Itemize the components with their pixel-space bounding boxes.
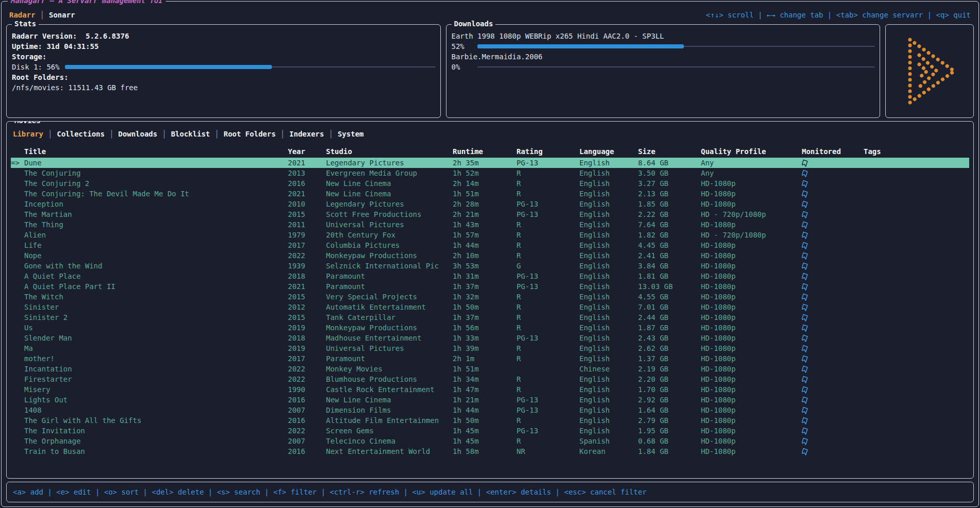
movies-table-body: => Dune 2021 Legendary Pictures 2h 35m P… <box>11 158 969 456</box>
movie-row[interactable]: Incantation 2022 Monkey Movies 1h 51m Ch… <box>11 364 969 374</box>
monitored-cell <box>802 343 864 353</box>
movies-tab-label: System <box>338 130 364 138</box>
managarr-play-logo-icon <box>897 35 962 108</box>
movie-row[interactable]: Nope 2022 Monkeypaw Productions 2h 10m R… <box>11 250 969 261</box>
movie-row[interactable]: Sinister 2012 Automatik Entertainment 1h… <box>11 302 969 312</box>
movie-row[interactable]: The Conjuring 2 2016 New Line Cinema 2h … <box>11 178 969 189</box>
movie-language: English <box>579 199 638 209</box>
movie-row[interactable]: Misery 1990 Castle Rock Entertainment 1h… <box>11 384 969 395</box>
movie-row[interactable]: The Witch 2015 Very Special Projects 1h … <box>11 292 969 302</box>
movie-row[interactable]: Ma 2019 Universal Pictures 1h 39m R Engl… <box>11 343 969 353</box>
movie-title: Lights Out <box>24 395 288 405</box>
selection-marker <box>11 333 24 343</box>
movie-studio: Paramount <box>326 281 453 292</box>
movie-row[interactable]: The Thing 2011 Universal Pictures 1h 43m… <box>11 219 969 230</box>
header-studio: Studio <box>326 145 453 158</box>
selection-marker <box>11 364 24 374</box>
monitored-cell <box>802 199 864 209</box>
movie-title: Ma <box>24 343 288 353</box>
movie-size: 2.41 GB <box>638 250 701 261</box>
bookmark-icon <box>802 385 809 394</box>
movie-size: 3.27 GB <box>638 178 701 189</box>
movie-row[interactable]: Sinister 2 2015 Tank Caterpillar 1h 37m … <box>11 312 969 323</box>
movie-row[interactable]: The Invitation 2022 Screen Gems 1h 45m P… <box>11 426 969 436</box>
movie-runtime: 1h 45m <box>453 426 517 436</box>
movies-tab[interactable]: Downloads │ <box>118 130 171 138</box>
movie-language: English <box>579 302 638 312</box>
movie-studio: 20th Century Fox <box>326 230 453 240</box>
movies-tab[interactable]: Indexers │ <box>289 130 338 138</box>
movie-runtime: 1h 34m <box>453 374 517 384</box>
movie-row[interactable]: The Conjuring: The Devil Made Me Do It 2… <box>11 189 969 199</box>
monitored-cell <box>802 374 864 384</box>
movies-tab[interactable]: Library │ <box>13 130 57 138</box>
movie-language: English <box>579 343 638 353</box>
movie-row[interactable]: The Martian 2015 Scott Free Productions … <box>11 209 969 219</box>
movie-size: 2.79 GB <box>638 415 701 426</box>
movie-row[interactable]: Lights Out 2016 New Line Cinema 1h 21m P… <box>11 395 969 405</box>
movie-row[interactable]: A Quiet Place Part II 2021 Paramount 1h … <box>11 281 969 292</box>
movie-language: English <box>579 230 638 240</box>
movie-title: Gone with the Wind <box>24 261 288 271</box>
movie-language: English <box>579 426 638 436</box>
header-marker <box>11 145 24 158</box>
movie-quality-profile: HD-1080p <box>701 292 802 302</box>
movie-size: 7.64 GB <box>638 219 701 230</box>
logo-panel <box>885 24 974 118</box>
movie-row[interactable]: A Quiet Place 2018 Paramount 1h 31m PG-1… <box>11 271 969 281</box>
tab-separator: │ <box>48 130 52 138</box>
movie-row[interactable]: Inception 2010 Legendary Pictures 2h 28m… <box>11 199 969 209</box>
movie-row[interactable]: Life 2017 Columbia Pictures 1h 44m R Eng… <box>11 240 969 250</box>
movie-runtime: 1h 57m <box>453 230 517 240</box>
movie-year: 2015 <box>288 312 326 323</box>
bookmark-icon <box>802 169 809 177</box>
movie-title: The Conjuring: The Devil Made Me Do It <box>24 189 288 199</box>
selection-marker <box>11 323 24 333</box>
movie-row[interactable]: The Girl with All the Gifts 2016 Altitud… <box>11 415 969 426</box>
movie-row[interactable]: Firestarter 2022 Blumhouse Productions 1… <box>11 374 969 384</box>
bookmark-icon <box>802 396 809 404</box>
selection-marker <box>11 436 24 446</box>
movies-table-header: Title Year Studio Runtime Rating Languag… <box>11 145 969 158</box>
movies-tab[interactable]: System │ <box>338 130 364 138</box>
movie-row[interactable]: => Dune 2021 Legendary Pictures 2h 35m P… <box>11 158 969 168</box>
selection-marker <box>11 395 24 405</box>
movies-tab[interactable]: Blocklist │ <box>171 130 223 138</box>
movie-studio: New Line Cinema <box>326 189 453 199</box>
movie-row[interactable]: Train to Busan 2016 Next Entertainment W… <box>11 446 969 456</box>
servarr-tab[interactable]: Radarr │ <box>9 11 49 19</box>
movie-rating: R <box>517 292 579 302</box>
movie-year: 2015 <box>288 292 326 302</box>
movie-quality-profile: HD-1080p <box>701 312 802 323</box>
movie-tags <box>864 364 969 374</box>
servarr-tabs: Radarr │ Sonarr │ <box>9 11 75 19</box>
movie-title: A Quiet Place <box>24 271 288 281</box>
movie-rating: R <box>517 353 579 364</box>
movie-size: 1.82 GB <box>638 230 701 240</box>
movie-quality-profile: HD-1080p <box>701 426 802 436</box>
movie-row[interactable]: Slender Man 2018 Madhouse Entertainment … <box>11 333 969 343</box>
movie-tags <box>864 426 969 436</box>
movie-row[interactable]: 1408 2007 Dimension Films 1h 44m PG-13 E… <box>11 405 969 415</box>
movie-row[interactable]: Alien 1979 20th Century Fox 1h 57m R Eng… <box>11 230 969 240</box>
stats-panel-title: Stats <box>12 20 39 28</box>
movie-tags <box>864 168 969 178</box>
movie-runtime: 2h 35m <box>453 158 517 168</box>
movie-language: English <box>579 395 638 405</box>
movies-tab[interactable]: Root Folders │ <box>223 130 289 138</box>
movie-row[interactable]: Us 2019 Monkeypaw Productions 1h 56m R E… <box>11 323 969 333</box>
movie-quality-profile: HD-1080p <box>701 384 802 395</box>
download-percent: 0% <box>452 62 472 72</box>
movie-year: 2021 <box>288 189 326 199</box>
monitored-cell <box>802 353 864 364</box>
movie-year: 2022 <box>288 374 326 384</box>
movie-row[interactable]: mother! 2017 Paramount 2h 1m R English 1… <box>11 353 969 364</box>
servarr-tab[interactable]: Sonarr │ <box>49 11 75 19</box>
movie-runtime: 2h 14m <box>453 178 517 189</box>
movie-row[interactable]: The Orphanage 2007 Telecinco Cinema 1h 4… <box>11 436 969 446</box>
movies-tab[interactable]: Collections │ <box>57 130 118 138</box>
movie-row[interactable]: Gone with the Wind 1939 Selznick Interna… <box>11 261 969 271</box>
movie-row[interactable]: The Conjuring 2013 Evergreen Media Group… <box>11 168 969 178</box>
bookmark-icon <box>802 210 809 218</box>
movie-language: English <box>579 353 638 364</box>
